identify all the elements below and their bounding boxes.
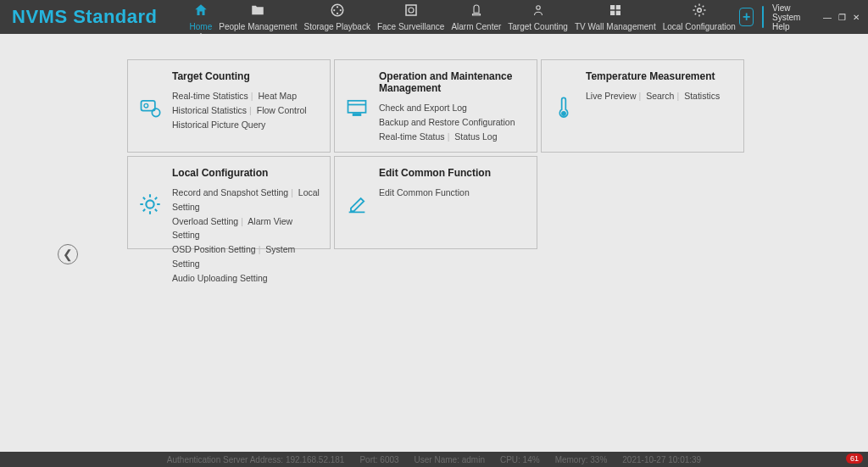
nav-items: Home People Management Storage Playback … <box>186 0 739 34</box>
nav-storage-playback[interactable]: Storage Playback <box>301 0 374 34</box>
svg-point-2 <box>333 9 335 11</box>
folder-icon <box>250 3 265 21</box>
nav-face-surveillance[interactable]: Face Surveillance <box>374 0 448 34</box>
status-user: User Name: admin <box>415 455 485 464</box>
link-historical-stats[interactable]: Historical Statistics <box>172 105 247 115</box>
svg-point-7 <box>536 6 540 10</box>
svg-point-14 <box>152 108 159 116</box>
card-local-config: Local Configuration Record and Snapshot … <box>127 156 331 249</box>
svg-rect-11 <box>616 11 620 15</box>
status-port: Port: 6003 <box>359 455 398 464</box>
svg-point-15 <box>144 103 148 108</box>
link-osd-position[interactable]: OSD Position Setting <box>172 244 256 254</box>
svg-point-12 <box>698 8 702 13</box>
svg-point-19 <box>562 112 566 116</box>
link-status-log[interactable]: Status Log <box>454 131 497 142</box>
link-historical-picture-query[interactable]: Historical Picture Query <box>172 120 265 130</box>
nav-right: + View System Help — ❐ ✕ <box>739 0 868 34</box>
home-icon <box>193 3 209 21</box>
reel-icon <box>330 3 345 21</box>
link-statistics[interactable]: Statistics <box>684 91 720 101</box>
brand-title: NVMS Standard <box>0 6 186 28</box>
nav-label: Storage Playback <box>304 22 370 31</box>
status-cpu: CPU: 14% <box>500 455 540 464</box>
card-title: Temperature Measurement <box>586 70 735 82</box>
nav-tv-wall[interactable]: TV Wall Management <box>571 0 659 34</box>
maximize-icon[interactable]: ❐ <box>838 13 846 22</box>
svg-point-6 <box>409 8 414 13</box>
system-help-link[interactable]: View System Help <box>772 3 816 31</box>
link-realtime-status[interactable]: Real-time Status <box>379 131 445 142</box>
status-bar: Authentication Server Address: 192.168.5… <box>0 452 868 467</box>
svg-point-3 <box>339 9 341 11</box>
link-overload-setting[interactable]: Overload Setting <box>172 216 238 226</box>
nav-label: Local Configuration <box>663 22 736 31</box>
alert-badge[interactable]: 61 <box>846 453 863 464</box>
svg-rect-18 <box>353 114 360 115</box>
link-heat-map[interactable]: Heat Map <box>259 91 298 101</box>
gear-icon <box>692 3 707 21</box>
nav-local-config[interactable]: Local Configuration <box>659 0 739 34</box>
minimize-icon[interactable]: — <box>823 13 832 22</box>
svg-point-4 <box>337 13 338 14</box>
card-links: Live Preview| Search| Statistics <box>586 89 735 103</box>
divider-icon <box>762 6 764 28</box>
svg-rect-16 <box>348 101 366 113</box>
status-time: 2021-10-27 10:01:39 <box>622 455 701 464</box>
close-icon[interactable]: ✕ <box>853 13 860 22</box>
card-target-counting: Target Counting Real-time Statistics| He… <box>127 59 331 153</box>
nav-label: Home <box>190 22 213 31</box>
status-mem: Memory: 33% <box>555 455 608 464</box>
nav-home[interactable]: Home <box>186 0 216 34</box>
main-area: ❮ Target Counting Real-time Statistics| … <box>0 34 868 452</box>
card-title: Operation and Maintenance Management <box>379 70 528 94</box>
counting-icon <box>531 3 546 21</box>
link-record-snapshot[interactable]: Record and Snapshot Setting <box>172 187 288 197</box>
nav-label: TV Wall Management <box>575 22 656 31</box>
svg-point-1 <box>337 6 338 8</box>
nav-target-counting[interactable]: Target Counting <box>504 0 571 34</box>
maintenance-icon <box>345 96 369 120</box>
svg-point-20 <box>146 200 153 208</box>
nav-people-management[interactable]: People Management <box>215 0 300 34</box>
link-flow-control[interactable]: Flow Control <box>257 105 307 115</box>
status-auth: Authentication Server Address: 192.168.5… <box>167 455 345 464</box>
gear-icon <box>138 192 162 216</box>
svg-rect-5 <box>406 5 416 15</box>
add-button[interactable]: + <box>739 8 754 26</box>
svg-rect-10 <box>610 11 615 15</box>
card-links: Record and Snapshot Setting| Local Setti… <box>172 186 321 286</box>
link-live-preview[interactable]: Live Preview <box>586 91 637 101</box>
alarm-icon <box>469 3 484 21</box>
cards-grid: Target Counting Real-time Statistics| He… <box>127 59 744 249</box>
nav-label: Alarm Center <box>451 22 501 31</box>
prev-page-button[interactable]: ❮ <box>58 244 78 264</box>
nav-label: Face Surveillance <box>377 22 444 31</box>
target-counting-icon <box>138 96 162 120</box>
card-title: Local Configuration <box>172 167 321 179</box>
card-links: Real-time Statistics| Heat Map Historica… <box>172 89 321 131</box>
edit-icon <box>345 192 369 216</box>
card-title: Edit Common Function <box>379 167 528 179</box>
link-edit-common-function[interactable]: Edit Common Function <box>379 187 470 197</box>
grid-icon <box>608 3 623 21</box>
card-temperature: Temperature Measurement Live Preview| Se… <box>541 59 744 153</box>
card-links: Edit Common Function <box>379 186 528 200</box>
card-links: Check and Export Log Backup and Restore … <box>379 101 528 143</box>
link-search[interactable]: Search <box>646 91 674 101</box>
link-check-export-log[interactable]: Check and Export Log <box>379 103 467 113</box>
top-bar: NVMS Standard Home People Management Sto… <box>0 0 868 34</box>
nav-label: Target Counting <box>508 22 568 31</box>
link-backup-restore[interactable]: Backup and Restore Configuration <box>379 117 515 127</box>
link-audio-uploading[interactable]: Audio Uploading Setting <box>172 273 268 283</box>
nav-alarm-center[interactable]: Alarm Center <box>448 0 504 34</box>
thermometer-icon <box>552 96 576 120</box>
face-icon <box>403 3 419 21</box>
card-omm: Operation and Maintenance Management Che… <box>334 59 537 153</box>
nav-label: People Management <box>219 22 297 31</box>
svg-rect-9 <box>616 5 620 9</box>
link-realtime-stats[interactable]: Real-time Statistics <box>172 91 248 101</box>
card-title: Target Counting <box>172 70 321 82</box>
card-edit-common: Edit Common Function Edit Common Functio… <box>334 156 537 249</box>
svg-rect-8 <box>610 5 615 9</box>
